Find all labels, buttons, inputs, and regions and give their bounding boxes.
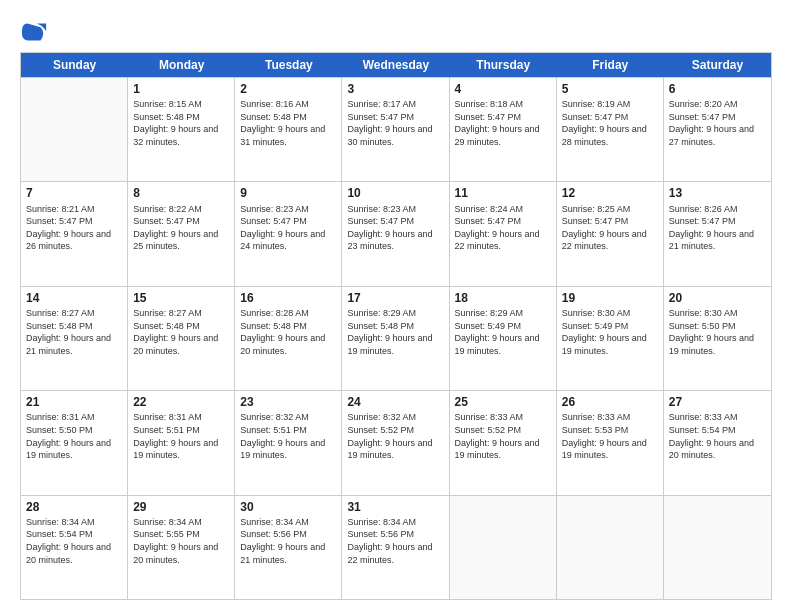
cell-info: Sunrise: 8:29 AMSunset: 5:48 PMDaylight:… — [347, 307, 443, 357]
day-number: 10 — [347, 185, 443, 201]
calendar-row: 21Sunrise: 8:31 AMSunset: 5:50 PMDayligh… — [21, 390, 771, 494]
cell-info: Sunrise: 8:23 AMSunset: 5:47 PMDaylight:… — [347, 203, 443, 253]
calendar-cell: 11Sunrise: 8:24 AMSunset: 5:47 PMDayligh… — [450, 182, 557, 285]
day-number: 8 — [133, 185, 229, 201]
day-number: 15 — [133, 290, 229, 306]
calendar-cell: 24Sunrise: 8:32 AMSunset: 5:52 PMDayligh… — [342, 391, 449, 494]
calendar-cell: 15Sunrise: 8:27 AMSunset: 5:48 PMDayligh… — [128, 287, 235, 390]
header-day: Thursday — [450, 53, 557, 77]
day-number: 22 — [133, 394, 229, 410]
day-number: 12 — [562, 185, 658, 201]
day-number: 18 — [455, 290, 551, 306]
cell-info: Sunrise: 8:22 AMSunset: 5:47 PMDaylight:… — [133, 203, 229, 253]
day-number: 7 — [26, 185, 122, 201]
cell-info: Sunrise: 8:25 AMSunset: 5:47 PMDaylight:… — [562, 203, 658, 253]
cell-info: Sunrise: 8:19 AMSunset: 5:47 PMDaylight:… — [562, 98, 658, 148]
calendar-cell: 20Sunrise: 8:30 AMSunset: 5:50 PMDayligh… — [664, 287, 771, 390]
day-number: 14 — [26, 290, 122, 306]
cell-info: Sunrise: 8:20 AMSunset: 5:47 PMDaylight:… — [669, 98, 766, 148]
header-day: Saturday — [664, 53, 771, 77]
calendar-cell: 10Sunrise: 8:23 AMSunset: 5:47 PMDayligh… — [342, 182, 449, 285]
cell-info: Sunrise: 8:34 AMSunset: 5:56 PMDaylight:… — [347, 516, 443, 566]
calendar-cell: 12Sunrise: 8:25 AMSunset: 5:47 PMDayligh… — [557, 182, 664, 285]
cell-info: Sunrise: 8:16 AMSunset: 5:48 PMDaylight:… — [240, 98, 336, 148]
calendar-row: 28Sunrise: 8:34 AMSunset: 5:54 PMDayligh… — [21, 495, 771, 599]
day-number: 4 — [455, 81, 551, 97]
calendar-cell: 2Sunrise: 8:16 AMSunset: 5:48 PMDaylight… — [235, 78, 342, 181]
day-number: 9 — [240, 185, 336, 201]
calendar-cell: 6Sunrise: 8:20 AMSunset: 5:47 PMDaylight… — [664, 78, 771, 181]
cell-info: Sunrise: 8:17 AMSunset: 5:47 PMDaylight:… — [347, 98, 443, 148]
day-number: 21 — [26, 394, 122, 410]
calendar-cell: 25Sunrise: 8:33 AMSunset: 5:52 PMDayligh… — [450, 391, 557, 494]
day-number: 16 — [240, 290, 336, 306]
day-number: 5 — [562, 81, 658, 97]
calendar-cell: 1Sunrise: 8:15 AMSunset: 5:48 PMDaylight… — [128, 78, 235, 181]
cell-info: Sunrise: 8:33 AMSunset: 5:52 PMDaylight:… — [455, 411, 551, 461]
cell-info: Sunrise: 8:26 AMSunset: 5:47 PMDaylight:… — [669, 203, 766, 253]
day-number: 1 — [133, 81, 229, 97]
calendar-cell: 8Sunrise: 8:22 AMSunset: 5:47 PMDaylight… — [128, 182, 235, 285]
day-number: 24 — [347, 394, 443, 410]
calendar-cell: 5Sunrise: 8:19 AMSunset: 5:47 PMDaylight… — [557, 78, 664, 181]
day-number: 19 — [562, 290, 658, 306]
cell-info: Sunrise: 8:21 AMSunset: 5:47 PMDaylight:… — [26, 203, 122, 253]
calendar-cell: 28Sunrise: 8:34 AMSunset: 5:54 PMDayligh… — [21, 496, 128, 599]
calendar-cell: 29Sunrise: 8:34 AMSunset: 5:55 PMDayligh… — [128, 496, 235, 599]
cell-info: Sunrise: 8:34 AMSunset: 5:54 PMDaylight:… — [26, 516, 122, 566]
calendar-cell: 27Sunrise: 8:33 AMSunset: 5:54 PMDayligh… — [664, 391, 771, 494]
header-day: Monday — [128, 53, 235, 77]
cell-info: Sunrise: 8:27 AMSunset: 5:48 PMDaylight:… — [133, 307, 229, 357]
day-number: 3 — [347, 81, 443, 97]
cell-info: Sunrise: 8:33 AMSunset: 5:53 PMDaylight:… — [562, 411, 658, 461]
cell-info: Sunrise: 8:15 AMSunset: 5:48 PMDaylight:… — [133, 98, 229, 148]
day-number: 31 — [347, 499, 443, 515]
cell-info: Sunrise: 8:29 AMSunset: 5:49 PMDaylight:… — [455, 307, 551, 357]
day-number: 17 — [347, 290, 443, 306]
calendar-body: 1Sunrise: 8:15 AMSunset: 5:48 PMDaylight… — [21, 77, 771, 599]
header-day: Friday — [557, 53, 664, 77]
cell-info: Sunrise: 8:24 AMSunset: 5:47 PMDaylight:… — [455, 203, 551, 253]
calendar-cell: 31Sunrise: 8:34 AMSunset: 5:56 PMDayligh… — [342, 496, 449, 599]
day-number: 11 — [455, 185, 551, 201]
cell-info: Sunrise: 8:18 AMSunset: 5:47 PMDaylight:… — [455, 98, 551, 148]
calendar-cell: 9Sunrise: 8:23 AMSunset: 5:47 PMDaylight… — [235, 182, 342, 285]
calendar-cell — [21, 78, 128, 181]
calendar-cell — [450, 496, 557, 599]
cell-info: Sunrise: 8:31 AMSunset: 5:50 PMDaylight:… — [26, 411, 122, 461]
day-number: 26 — [562, 394, 658, 410]
calendar-cell: 18Sunrise: 8:29 AMSunset: 5:49 PMDayligh… — [450, 287, 557, 390]
calendar-cell: 21Sunrise: 8:31 AMSunset: 5:50 PMDayligh… — [21, 391, 128, 494]
header-day: Tuesday — [235, 53, 342, 77]
calendar-row: 14Sunrise: 8:27 AMSunset: 5:48 PMDayligh… — [21, 286, 771, 390]
calendar-cell: 30Sunrise: 8:34 AMSunset: 5:56 PMDayligh… — [235, 496, 342, 599]
calendar-cell: 16Sunrise: 8:28 AMSunset: 5:48 PMDayligh… — [235, 287, 342, 390]
cell-info: Sunrise: 8:34 AMSunset: 5:55 PMDaylight:… — [133, 516, 229, 566]
cell-info: Sunrise: 8:23 AMSunset: 5:47 PMDaylight:… — [240, 203, 336, 253]
calendar-cell: 23Sunrise: 8:32 AMSunset: 5:51 PMDayligh… — [235, 391, 342, 494]
cell-info: Sunrise: 8:33 AMSunset: 5:54 PMDaylight:… — [669, 411, 766, 461]
calendar-row: 1Sunrise: 8:15 AMSunset: 5:48 PMDaylight… — [21, 77, 771, 181]
cell-info: Sunrise: 8:32 AMSunset: 5:52 PMDaylight:… — [347, 411, 443, 461]
logo — [20, 18, 52, 46]
day-number: 20 — [669, 290, 766, 306]
header-day: Wednesday — [342, 53, 449, 77]
cell-info: Sunrise: 8:27 AMSunset: 5:48 PMDaylight:… — [26, 307, 122, 357]
day-number: 27 — [669, 394, 766, 410]
header — [20, 18, 772, 46]
calendar-cell: 4Sunrise: 8:18 AMSunset: 5:47 PMDaylight… — [450, 78, 557, 181]
day-number: 6 — [669, 81, 766, 97]
cell-info: Sunrise: 8:30 AMSunset: 5:50 PMDaylight:… — [669, 307, 766, 357]
calendar: SundayMondayTuesdayWednesdayThursdayFrid… — [20, 52, 772, 600]
day-number: 28 — [26, 499, 122, 515]
cell-info: Sunrise: 8:31 AMSunset: 5:51 PMDaylight:… — [133, 411, 229, 461]
day-number: 30 — [240, 499, 336, 515]
calendar-row: 7Sunrise: 8:21 AMSunset: 5:47 PMDaylight… — [21, 181, 771, 285]
calendar-cell: 7Sunrise: 8:21 AMSunset: 5:47 PMDaylight… — [21, 182, 128, 285]
calendar-cell: 26Sunrise: 8:33 AMSunset: 5:53 PMDayligh… — [557, 391, 664, 494]
calendar-cell: 13Sunrise: 8:26 AMSunset: 5:47 PMDayligh… — [664, 182, 771, 285]
page: SundayMondayTuesdayWednesdayThursdayFrid… — [0, 0, 792, 612]
calendar-cell: 17Sunrise: 8:29 AMSunset: 5:48 PMDayligh… — [342, 287, 449, 390]
day-number: 13 — [669, 185, 766, 201]
day-number: 23 — [240, 394, 336, 410]
